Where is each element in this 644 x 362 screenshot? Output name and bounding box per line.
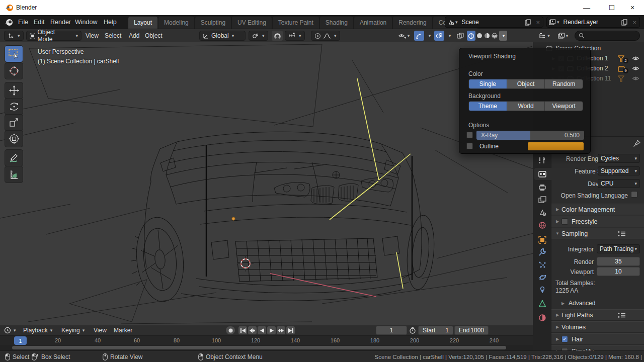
tab-sculpting[interactable]: Sculpting bbox=[195, 17, 231, 29]
playback-menu[interactable]: Playback▾ bbox=[23, 325, 52, 335]
tool-annotate[interactable] bbox=[5, 150, 23, 166]
tab-modifiers-icon[interactable] bbox=[538, 248, 546, 256]
scene-browse-button[interactable]: ▾ bbox=[445, 17, 460, 27]
viewlayer-browse-button[interactable]: ▾ bbox=[547, 17, 561, 27]
panel-volumes[interactable]: ▶ Volumes bbox=[551, 321, 644, 333]
render-samples-field[interactable]: 35 bbox=[597, 257, 640, 266]
tab-object-data-icon[interactable] bbox=[538, 300, 546, 308]
outliner-display-mode-button[interactable]: ▾ bbox=[554, 31, 572, 41]
render-engine-dropdown[interactable]: Cycles▾ bbox=[598, 154, 640, 163]
tab-uv-editing[interactable]: UV Editing bbox=[232, 17, 272, 29]
transform-orientation-selector[interactable]: Global▾ bbox=[199, 31, 246, 41]
timeline-editor-type-button[interactable]: ▾ bbox=[4, 325, 16, 335]
scene-name[interactable]: Scene bbox=[460, 19, 523, 26]
hair-checkbox[interactable]: ✓ bbox=[561, 336, 568, 342]
shading-options-dropdown[interactable]: ▾ bbox=[499, 31, 507, 41]
tool-transform[interactable] bbox=[5, 131, 23, 147]
snap-target-selector[interactable]: ▾ bbox=[285, 31, 305, 41]
timeline-scrollbar[interactable] bbox=[0, 345, 533, 350]
filter-funnel-icon[interactable] bbox=[618, 75, 624, 82]
auto-keying-button[interactable] bbox=[226, 326, 235, 334]
viewlayer-remove-icon[interactable]: × bbox=[629, 19, 639, 26]
pivot-point-selector[interactable]: ▾ bbox=[249, 31, 268, 41]
overlays-toggle[interactable] bbox=[434, 31, 444, 41]
3d-viewport[interactable]: User Perspective (1) Scene Collection | … bbox=[0, 42, 533, 325]
tab-texture-paint[interactable]: Texture Paint bbox=[273, 17, 319, 29]
panel-light-paths[interactable]: ▶ Light Paths bbox=[551, 309, 644, 321]
tab-layout[interactable]: Layout bbox=[128, 17, 157, 29]
tab-object-icon[interactable] bbox=[538, 236, 546, 244]
panel-freestyle[interactable]: ▶ Freestyle bbox=[551, 216, 644, 227]
viewport-menu-select[interactable]: Select bbox=[105, 29, 121, 42]
xray-checkbox[interactable] bbox=[466, 132, 473, 138]
tab-scene-icon[interactable] bbox=[538, 209, 546, 217]
overlays-dropdown[interactable]: ▾ bbox=[445, 31, 453, 41]
next-keyframe-button[interactable] bbox=[277, 326, 285, 334]
tab-rendering[interactable]: Rendering bbox=[393, 17, 432, 29]
viewlayer-name[interactable]: RenderLayer bbox=[561, 19, 620, 26]
outliner-filter-button[interactable]: ▾ bbox=[536, 31, 552, 41]
menu-help[interactable]: Help bbox=[104, 15, 117, 29]
tab-animation[interactable]: Animation bbox=[354, 17, 392, 29]
shading-rendered-button[interactable] bbox=[491, 31, 498, 41]
menu-file[interactable]: File bbox=[18, 15, 28, 29]
hide-eye-icon[interactable] bbox=[632, 55, 639, 61]
use-preview-range-button[interactable] bbox=[409, 325, 416, 335]
shading-wireframe-button[interactable] bbox=[467, 31, 475, 41]
scene-new-button[interactable] bbox=[523, 17, 533, 27]
tab-tool-icon[interactable] bbox=[538, 156, 546, 164]
gizmos-dropdown[interactable]: ▾ bbox=[425, 31, 433, 41]
scrollbar-handle[interactable] bbox=[12, 346, 506, 349]
osl-checkbox[interactable] bbox=[631, 191, 637, 198]
tab-output-icon[interactable] bbox=[538, 184, 546, 192]
viewport-menu-view[interactable]: View bbox=[86, 29, 99, 42]
tab-modeling[interactable]: Modeling bbox=[158, 17, 194, 29]
tab-world-icon[interactable] bbox=[538, 221, 546, 229]
viewport-menu-object[interactable]: Object bbox=[145, 29, 163, 42]
presets-icon[interactable] bbox=[618, 312, 626, 319]
color-random-button[interactable]: Random bbox=[545, 79, 583, 88]
shading-material-button[interactable] bbox=[483, 31, 491, 41]
tab-physics-icon[interactable] bbox=[538, 274, 546, 282]
background-viewport-button[interactable]: Viewport bbox=[545, 102, 583, 111]
menu-window[interactable]: Window bbox=[75, 15, 97, 29]
blender-menu-icon[interactable] bbox=[5, 18, 13, 27]
viewport-samples-field[interactable]: 10 bbox=[597, 267, 640, 276]
hide-eye-icon[interactable] bbox=[632, 65, 639, 71]
tab-view-layer-icon[interactable] bbox=[538, 196, 546, 204]
outline-color-swatch[interactable] bbox=[527, 142, 584, 151]
play-reverse-button[interactable] bbox=[258, 326, 266, 334]
snap-toggle[interactable] bbox=[272, 31, 283, 41]
xray-toggle[interactable] bbox=[455, 31, 465, 41]
panel-simplify[interactable]: ▶ Simplify bbox=[551, 345, 644, 350]
menu-render[interactable]: Render bbox=[50, 15, 71, 29]
presets-icon[interactable] bbox=[618, 231, 626, 237]
play-button[interactable] bbox=[267, 326, 276, 334]
playhead[interactable]: 1 bbox=[14, 336, 27, 345]
timeline-view-menu[interactable]: View bbox=[94, 325, 107, 335]
keying-menu[interactable]: Keying▾ bbox=[61, 325, 85, 335]
menu-edit[interactable]: Edit bbox=[34, 15, 45, 29]
tool-rotate[interactable] bbox=[5, 99, 23, 115]
gizmos-toggle[interactable] bbox=[414, 31, 424, 41]
pin-icon[interactable] bbox=[633, 140, 640, 147]
background-world-button[interactable]: World bbox=[507, 102, 545, 111]
xray-slider[interactable]: X-Ray 0.500 bbox=[476, 131, 584, 140]
outliner-search-input[interactable] bbox=[575, 31, 640, 41]
mode-selector[interactable]: Object Mode▾ bbox=[26, 31, 82, 41]
device-dropdown[interactable]: CPU▾ bbox=[598, 179, 640, 188]
integrator-dropdown[interactable]: Path Tracing▾ bbox=[597, 244, 640, 253]
jump-to-start-button[interactable] bbox=[238, 326, 247, 334]
viewlayer-new-button[interactable] bbox=[619, 17, 629, 27]
color-object-button[interactable]: Object bbox=[507, 79, 545, 88]
jump-to-end-button[interactable] bbox=[286, 326, 295, 334]
panel-sampling[interactable]: ▼ Sampling bbox=[551, 228, 644, 239]
timeline-marker-menu[interactable]: Marker bbox=[114, 325, 132, 335]
viewport-menu-add[interactable]: Add bbox=[129, 29, 139, 42]
show-object-types-button[interactable]: ▾ bbox=[395, 31, 413, 41]
start-frame-field[interactable]: Start1 bbox=[418, 326, 453, 335]
tab-constraints-icon[interactable] bbox=[538, 286, 546, 294]
tool-select-box[interactable] bbox=[5, 46, 23, 62]
tool-cursor[interactable] bbox=[5, 63, 23, 79]
timeline-ruler[interactable]: 1 20 40 60 80 100 120 140 160 180 200 22… bbox=[0, 335, 533, 345]
